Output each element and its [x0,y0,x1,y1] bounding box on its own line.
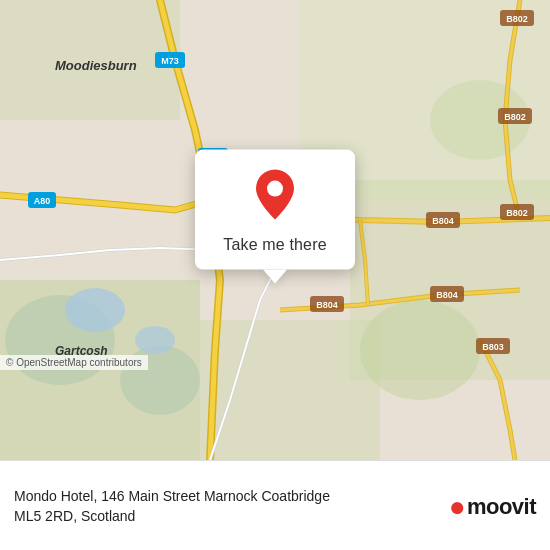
map-container: M73 M73 A80 B804 B804 B804 B804 B802 B80… [0,0,550,460]
popup-overlay: Take me there [195,150,355,284]
location-pin-icon [253,168,297,222]
svg-text:B802: B802 [504,112,526,122]
svg-text:B804: B804 [432,216,454,226]
copyright-bar: © OpenStreetMap contributors [0,355,148,370]
svg-text:Moodiesburn: Moodiesburn [55,58,137,73]
take-me-there-button[interactable]: Take me there [223,234,326,256]
address-line: Mondo Hotel, 146 Main Street Marnock Coa… [14,487,439,526]
bottom-bar: Mondo Hotel, 146 Main Street Marnock Coa… [0,460,550,550]
svg-text:B802: B802 [506,208,528,218]
svg-point-11 [135,326,175,354]
svg-text:B804: B804 [316,300,338,310]
svg-text:B803: B803 [482,342,504,352]
popup-card: Take me there [195,150,355,270]
moovit-text: moovit [467,494,536,520]
svg-text:B802: B802 [506,14,528,24]
moovit-logo: ● moovit [449,493,536,521]
moovit-dot-icon: ● [449,493,466,521]
svg-point-10 [65,288,125,332]
copyright-text: © OpenStreetMap contributors [6,357,142,368]
popup-arrow [263,270,287,284]
svg-text:A80: A80 [34,196,51,206]
svg-text:B804: B804 [436,290,458,300]
address-block: Mondo Hotel, 146 Main Street Marnock Coa… [14,487,439,526]
svg-point-36 [267,181,283,197]
svg-rect-5 [200,320,380,460]
svg-text:M73: M73 [161,56,179,66]
svg-point-8 [360,300,480,400]
